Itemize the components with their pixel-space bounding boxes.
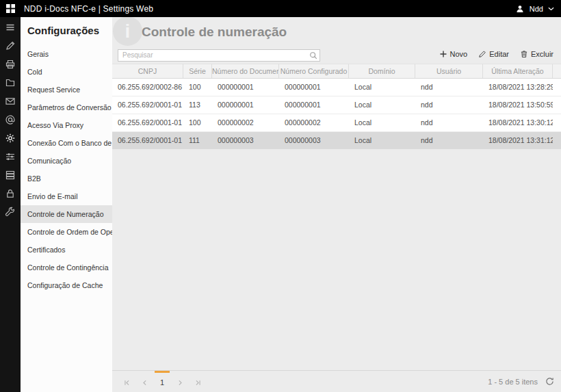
pager-first-button[interactable]	[118, 371, 135, 392]
table-row[interactable]: 06.255.692/0001-01113000000001000000001L…	[112, 96, 561, 114]
sidebar-item-request-service[interactable]: Request Service	[21, 81, 112, 99]
table-cell: 000000001	[212, 96, 279, 114]
refresh-button[interactable]	[538, 371, 561, 392]
main-content: i Controle de numeração Novo Editar Excl…	[112, 17, 561, 392]
list-stack-icon[interactable]	[5, 170, 16, 181]
trash-icon	[520, 50, 528, 58]
sidebar-item-acesso-via-proxy[interactable]: Acesso Via Proxy	[21, 116, 112, 134]
table-row[interactable]: 06.255.692/0001-01100000000002000000002L…	[112, 114, 561, 132]
sidebar-item-cold[interactable]: Cold	[21, 63, 112, 81]
table-cell: 000000001	[279, 96, 349, 114]
data-grid: CNPJSérieNúmero do DocumentoNúmero Confi…	[112, 64, 561, 150]
new-button-label: Novo	[450, 50, 468, 58]
table-cell: ndd	[415, 132, 483, 149]
app-logo-watermark: i	[113, 16, 142, 46]
search-input[interactable]	[118, 49, 320, 62]
sidebar-item-controle-de-numera-o[interactable]: Controle de Numeração	[21, 205, 112, 223]
new-button[interactable]: Novo	[439, 50, 468, 58]
column-header[interactable]: CNPJ	[112, 64, 183, 78]
column-header[interactable]: Série	[183, 64, 212, 78]
pager: 1 1 - 5 de 5 itens	[112, 370, 561, 392]
table-cell: ndd	[415, 96, 483, 114]
table-cell-spill	[553, 132, 561, 149]
mail-icon[interactable]	[5, 96, 16, 107]
table-cell: 06.255.692/0001-01	[112, 114, 183, 131]
sidebar-item-envio-de-e-mail[interactable]: Envio de E-mail	[21, 187, 112, 205]
table-cell: Local	[349, 132, 415, 149]
at-sign-icon[interactable]	[5, 114, 16, 125]
column-header[interactable]: Usuário	[415, 64, 483, 78]
edit-button[interactable]: Editar	[478, 50, 509, 58]
wrench-icon[interactable]	[5, 207, 16, 218]
gear-icon[interactable]	[5, 133, 16, 144]
sidebar-title: Configurações	[21, 17, 112, 45]
topbar: NDD i-Docs NFC-e | Settings Web Ndd	[0, 0, 561, 17]
table-cell: ndd	[415, 114, 483, 131]
sidebar-item-conex-o-com-o-banco-de-dados[interactable]: Conexão Com o Banco de Dados	[21, 134, 112, 152]
pen-icon[interactable]	[5, 40, 16, 51]
sidebar-item-configura-o-de-cache[interactable]: Configuração de Cache	[21, 276, 112, 294]
chevron-down-icon	[548, 7, 554, 11]
page-title: Controle de numeração	[142, 25, 287, 40]
table-cell: 06.255.692/0001-01	[112, 132, 183, 149]
column-header[interactable]: Domínio	[349, 64, 415, 78]
table-cell: 18/08/2021 13:28:29	[483, 79, 553, 96]
folder-icon[interactable]	[5, 77, 16, 88]
pager-next-button[interactable]	[171, 371, 189, 392]
plus-icon	[439, 50, 447, 58]
delete-button[interactable]: Excluir	[520, 50, 553, 58]
user-icon	[515, 4, 525, 14]
sidebar-item-controle-de-conting-ncia[interactable]: Controle de Contingência	[21, 259, 112, 276]
user-menu[interactable]: Ndd	[515, 4, 554, 14]
edit-button-label: Editar	[489, 50, 509, 58]
app-title: NDD i-Docs NFC-e | Settings Web	[24, 4, 153, 14]
table-cell: 000000003	[212, 132, 279, 149]
table-cell-spill	[553, 79, 561, 96]
sidebar-item-certificados[interactable]: Certificados	[21, 241, 112, 259]
table-cell: 113	[183, 96, 212, 114]
sidebar-item-comunica-o[interactable]: Comunicação	[21, 152, 112, 170]
icon-rail	[0, 17, 21, 392]
grid-toolbar: Novo Editar Excluir	[118, 47, 553, 61]
table-cell: Local	[349, 114, 415, 131]
apps-grid-icon[interactable]	[6, 4, 15, 13]
table-cell: 000000002	[279, 114, 349, 131]
menu-icon[interactable]	[5, 22, 16, 33]
column-header[interactable]: Número do Documento	[212, 64, 279, 78]
table-cell: 18/08/2021 13:50:59	[483, 96, 553, 114]
sidebar-item-controle-de-ordem-de-opera-o[interactable]: Controle de Ordem de Operação	[21, 223, 112, 241]
table-row[interactable]: 06.255.692/0002-86100000000001000000001L…	[112, 79, 561, 96]
sidebar: Configurações GeraisColdRequest ServiceP…	[21, 17, 112, 392]
table-cell: 100	[183, 114, 212, 131]
table-cell-spill	[553, 114, 561, 131]
column-header[interactable]: Número Configurado	[279, 64, 349, 78]
table-cell: 111	[183, 132, 212, 149]
column-header[interactable]: Última Alteração	[483, 64, 553, 78]
table-cell: 100	[183, 79, 212, 96]
pager-last-button[interactable]	[189, 371, 207, 392]
sidebar-item-b2b[interactable]: B2B	[21, 170, 112, 187]
pager-current-page[interactable]: 1	[155, 371, 170, 392]
search-box	[118, 48, 320, 60]
table-cell: 000000002	[212, 114, 279, 131]
grid-body: 06.255.692/0002-86100000000001000000001L…	[112, 79, 561, 150]
table-cell-spill	[553, 96, 561, 114]
sidebar-item-gerais[interactable]: Gerais	[21, 45, 112, 63]
pager-prev-button[interactable]	[135, 371, 153, 392]
sidebar-menu: GeraisColdRequest ServiceParâmetros de C…	[21, 45, 112, 294]
grid-header: CNPJSérieNúmero do DocumentoNúmero Confi…	[112, 64, 561, 79]
lock-icon[interactable]	[5, 188, 16, 199]
table-cell: ndd	[415, 79, 483, 96]
table-row[interactable]: 06.255.692/0001-01111000000003000000003L…	[112, 132, 561, 150]
sliders-icon[interactable]	[5, 151, 16, 162]
search-icon	[309, 50, 317, 58]
column-header-spill	[553, 64, 561, 78]
user-name: Ndd	[530, 5, 543, 13]
sidebar-item-par-metros-de-convers-o[interactable]: Parâmetros de Conversão	[21, 99, 112, 116]
printer-icon[interactable]	[5, 59, 16, 70]
table-cell: 18/08/2021 13:31:12	[483, 132, 553, 149]
table-cell: Local	[349, 96, 415, 114]
pencil-icon	[478, 50, 486, 58]
table-cell: 06.255.692/0002-86	[112, 79, 183, 96]
pager-info: 1 - 5 de 5 itens	[488, 378, 538, 386]
